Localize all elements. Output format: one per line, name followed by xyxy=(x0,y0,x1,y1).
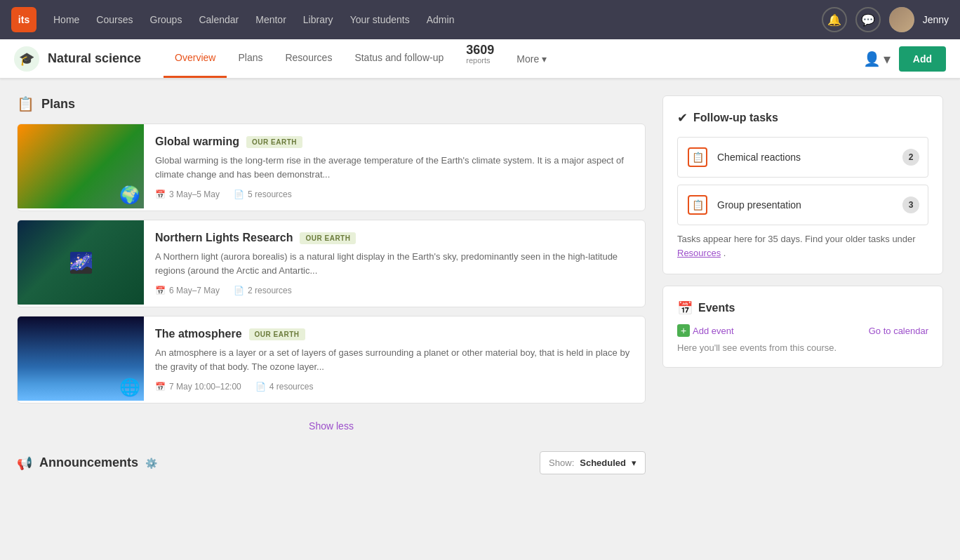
more-dropdown[interactable]: More xyxy=(505,39,558,78)
plan-card-body: Global warming OUR EARTH Global warming … xyxy=(144,124,645,211)
plan-description: An atmosphere is a layer or a set of lay… xyxy=(155,346,634,373)
resources-text: 5 resources xyxy=(248,189,292,199)
tab-status[interactable]: Status and follow-up xyxy=(343,39,455,78)
document-icon: 📄 xyxy=(255,382,266,392)
announcements-dropdown[interactable]: Show: Scheduled xyxy=(540,451,646,474)
nav-right: 🔔 💬 Jenny xyxy=(822,7,949,32)
date-text: 3 May–5 May xyxy=(169,189,220,199)
task-count: 3 xyxy=(902,196,919,213)
add-button[interactable]: Add xyxy=(899,46,946,72)
plans-title: Plans xyxy=(41,97,75,112)
plan-card-northern-lights[interactable]: Northern Lights Research OUR EARTH A Nor… xyxy=(17,220,646,307)
document-icon: 📄 xyxy=(234,189,244,199)
events-title: Events xyxy=(698,302,735,314)
show-value: Scheduled xyxy=(580,458,626,468)
tab-plans[interactable]: Plans xyxy=(227,39,274,78)
date-text: 6 May–7 May xyxy=(169,286,220,295)
announcements-section: 📢 Announcements ⚙️ Show: Scheduled xyxy=(17,451,646,474)
document-icon: 📄 xyxy=(234,286,244,295)
nav-courses[interactable]: Courses xyxy=(96,14,133,25)
checkmark-icon: ✔ xyxy=(677,110,688,126)
plan-meta: 📅 3 May–5 May 📄 5 resources xyxy=(155,189,634,199)
plan-card-body: The atmosphere OUR EARTH An atmosphere i… xyxy=(144,316,645,403)
resources-link[interactable]: Resources xyxy=(677,248,721,258)
plans-section-header: 📋 Plans xyxy=(17,95,646,112)
add-event-button[interactable]: + Add event xyxy=(677,324,734,337)
nav-library[interactable]: Library xyxy=(303,14,333,25)
calendar-icon: 📅 xyxy=(155,286,166,295)
plan-description: A Northern light (aurora borealis) is a … xyxy=(155,250,634,277)
avatar[interactable] xyxy=(889,7,914,32)
plan-resources: 📄 4 resources xyxy=(255,382,314,392)
announcements-title-row: 📢 Announcements ⚙️ xyxy=(17,455,157,471)
plan-title-row: Northern Lights Research OUR EARTH xyxy=(155,232,634,244)
more-label: More xyxy=(516,53,539,65)
notification-bell-icon[interactable]: 🔔 xyxy=(822,7,847,32)
plan-card-body: Northern Lights Research OUR EARTH A Nor… xyxy=(144,220,645,307)
go-to-calendar-link[interactable]: Go to calendar xyxy=(869,326,928,336)
course-icon: 🎓 xyxy=(14,46,39,72)
plan-resources: 📄 5 resources xyxy=(234,189,292,199)
plan-meta: 📅 6 May–7 May 📄 2 resources xyxy=(155,286,634,295)
plan-title: The atmosphere xyxy=(155,328,242,340)
show-less-section: Show less xyxy=(17,412,646,440)
nav-mentor[interactable]: Mentor xyxy=(255,14,286,25)
plan-title-row: Global warming OUR EARTH xyxy=(155,135,634,148)
task-label: Chemical reactions xyxy=(717,152,902,163)
plan-card-global-warming[interactable]: Global warming OUR EARTH Global warming … xyxy=(17,124,646,211)
announcements-settings-icon[interactable]: ⚙️ xyxy=(145,458,157,469)
user-dropdown-icon[interactable]: 👤 xyxy=(863,51,891,67)
plans-icon: 📋 xyxy=(17,95,34,112)
task-item-chemical-reactions[interactable]: 📋 Chemical reactions 2 xyxy=(677,137,928,178)
plan-tag: OUR EARTH xyxy=(249,328,305,340)
nav-calendar[interactable]: Calendar xyxy=(199,14,239,25)
events-header: 📅 Events xyxy=(677,300,928,316)
followup-header: ✔ Follow-up tasks xyxy=(677,110,928,126)
reports-count: 3609 xyxy=(466,44,494,56)
plan-date: 📅 7 May 10:00–12:00 xyxy=(155,382,241,392)
tab-reports[interactable]: 3609 reports xyxy=(455,39,505,78)
plan-image-global-warming xyxy=(18,124,144,208)
nav-links: Home Courses Groups Calendar Mentor Libr… xyxy=(53,14,822,25)
add-event-label: Add event xyxy=(693,326,734,336)
main-content: 📋 Plans Global warming OUR EARTH Global … xyxy=(0,79,960,502)
resources-text: 2 resources xyxy=(248,286,292,295)
course-title: Natural science xyxy=(48,51,141,66)
chevron-down-icon xyxy=(542,53,547,65)
chevron-down-icon xyxy=(632,458,636,468)
nav-groups[interactable]: Groups xyxy=(150,14,182,25)
plus-icon: + xyxy=(677,324,690,337)
followup-note-end: . xyxy=(724,248,726,258)
plan-date: 📅 3 May–5 May xyxy=(155,189,220,199)
plan-tag: OUR EARTH xyxy=(246,136,302,148)
plan-resources: 📄 2 resources xyxy=(234,286,292,295)
plan-title: Northern Lights Research xyxy=(155,232,293,244)
events-section: 📅 Events + Add event Go to calendar Here… xyxy=(662,286,943,368)
plan-date: 📅 6 May–7 May xyxy=(155,286,220,295)
plan-title-row: The atmosphere OUR EARTH xyxy=(155,328,634,340)
left-column: 📋 Plans Global warming OUR EARTH Global … xyxy=(17,95,646,486)
task-document-icon: 📋 xyxy=(688,147,707,167)
nav-home[interactable]: Home xyxy=(53,14,79,25)
sub-navigation: 🎓 Natural science Overview Plans Resourc… xyxy=(0,39,960,79)
plan-card-atmosphere[interactable]: The atmosphere OUR EARTH An atmosphere i… xyxy=(17,316,646,404)
right-column: ✔ Follow-up tasks 📋 Chemical reactions 2… xyxy=(662,95,943,486)
tab-overview[interactable]: Overview xyxy=(164,39,227,78)
events-empty-message: Here you'll see events from this course. xyxy=(677,342,928,353)
megaphone-icon: 📢 xyxy=(17,455,32,471)
show-label: Show: xyxy=(549,458,574,468)
nav-admin[interactable]: Admin xyxy=(427,14,455,25)
sub-nav-right: 👤 Add xyxy=(863,46,946,72)
followup-note: Tasks appear here for 35 days. Find your… xyxy=(677,232,928,260)
show-less-link[interactable]: Show less xyxy=(309,420,354,432)
date-text: 7 May 10:00–12:00 xyxy=(169,382,241,392)
task-icon: 📋 xyxy=(686,194,709,216)
chat-icon[interactable]: 💬 xyxy=(855,7,881,32)
calendar-icon: 📅 xyxy=(155,189,166,199)
app-logo[interactable]: its xyxy=(11,7,36,32)
reports-label: reports xyxy=(466,56,490,65)
task-item-group-presentation[interactable]: 📋 Group presentation 3 xyxy=(677,185,928,225)
plan-title: Global warming xyxy=(155,135,239,148)
tab-resources[interactable]: Resources xyxy=(274,39,343,78)
nav-your-students[interactable]: Your students xyxy=(350,14,410,25)
